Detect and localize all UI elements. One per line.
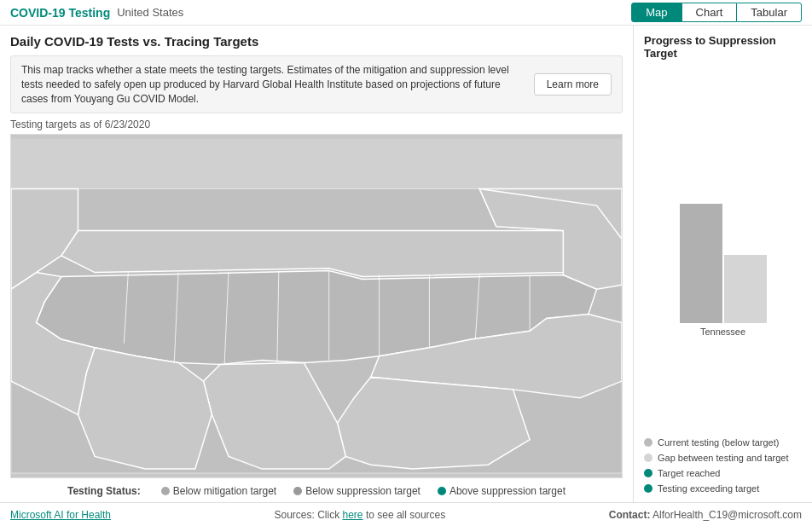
right-legend: Current testing (below target) Gap betwe… xyxy=(644,437,802,494)
legend-below-suppression: Below suppression target xyxy=(293,485,420,497)
legend-label-target-reached: Target reached xyxy=(658,468,720,478)
chart-area: Tennessee xyxy=(644,66,802,427)
panel-title: Daily COVID-19 Tests vs. Tracing Targets xyxy=(10,34,623,49)
left-panel: Daily COVID-19 Tests vs. Tracing Targets… xyxy=(0,26,633,502)
testing-date: Testing targets as of 6/23/2020 xyxy=(10,118,623,130)
dot-current xyxy=(644,438,652,447)
legend-label-current: Current testing (below target) xyxy=(658,437,779,448)
header-tabs: Map Chart Tabular xyxy=(631,3,802,22)
status-label: Testing Status: xyxy=(67,485,141,497)
legend-item-current: Current testing (below target) xyxy=(644,437,802,448)
map-container[interactable] xyxy=(10,134,623,478)
footer-ai-link[interactable]: Microsoft AI for Health xyxy=(10,509,111,521)
sources-here-link[interactable]: here xyxy=(343,509,363,521)
legend-item-gap: Gap between testing and target xyxy=(644,453,802,463)
learn-more-button[interactable]: Learn more xyxy=(534,73,612,95)
dot-below-suppression xyxy=(293,487,302,495)
bar-target-gap xyxy=(724,255,767,323)
status-bar: Testing Status: Below mitigation target … xyxy=(10,478,623,502)
state-name-label: Tennessee xyxy=(700,327,745,337)
legend-label-exceeding: Testing exceeding target xyxy=(658,483,759,494)
legend-label-gap: Gap between testing and target xyxy=(658,453,789,463)
sources-suffix: to see all sources xyxy=(366,509,445,521)
contact-label: Contact: xyxy=(609,509,651,521)
footer-contact: Contact: AlforHealth_C19@microsoft.com xyxy=(609,509,802,521)
footer-sources: Sources: Click here to see all sources xyxy=(274,509,445,521)
info-box: This map tracks whether a state meets th… xyxy=(10,55,623,113)
dot-above-suppression xyxy=(438,487,446,495)
legend-label-below-mitigation: Below mitigation target xyxy=(173,485,276,497)
legend-item-exceeding: Testing exceeding target xyxy=(644,483,802,494)
contact-email: AlforHealth_C19@microsoft.com xyxy=(652,509,802,521)
main-content: Daily COVID-19 Tests vs. Tracing Targets… xyxy=(0,26,812,502)
dot-exceeding xyxy=(644,484,652,493)
info-text: This map tracks whether a state meets th… xyxy=(21,63,525,106)
tab-chart[interactable]: Chart xyxy=(682,3,737,22)
dot-gap xyxy=(644,454,652,462)
dot-below-mitigation xyxy=(161,487,170,495)
legend-label-above-suppression: Above suppression target xyxy=(450,485,566,497)
map-svg xyxy=(11,135,622,477)
sources-text: Sources: Click xyxy=(274,509,339,521)
legend-item-target-reached: Target reached xyxy=(644,468,802,478)
tab-map[interactable]: Map xyxy=(631,3,682,22)
header: COVID-19 Testing United States Map Chart… xyxy=(0,0,812,26)
header-subtitle: United States xyxy=(117,6,183,19)
legend-below-mitigation: Below mitigation target xyxy=(161,485,276,497)
legend-label-below-suppression: Below suppression target xyxy=(305,485,420,497)
app-title: COVID-19 Testing xyxy=(10,6,110,20)
dot-target-reached xyxy=(644,469,652,477)
bar-current-testing xyxy=(680,204,722,323)
right-panel: Progress to Suppression Target Tennessee xyxy=(633,26,812,502)
legend-above-suppression: Above suppression target xyxy=(438,485,566,497)
right-panel-title: Progress to Suppression Target xyxy=(644,34,802,60)
tab-tabular[interactable]: Tabular xyxy=(736,3,802,22)
footer: Microsoft AI for Health Sources: Click h… xyxy=(0,502,812,526)
header-left: COVID-19 Testing United States xyxy=(10,6,183,20)
